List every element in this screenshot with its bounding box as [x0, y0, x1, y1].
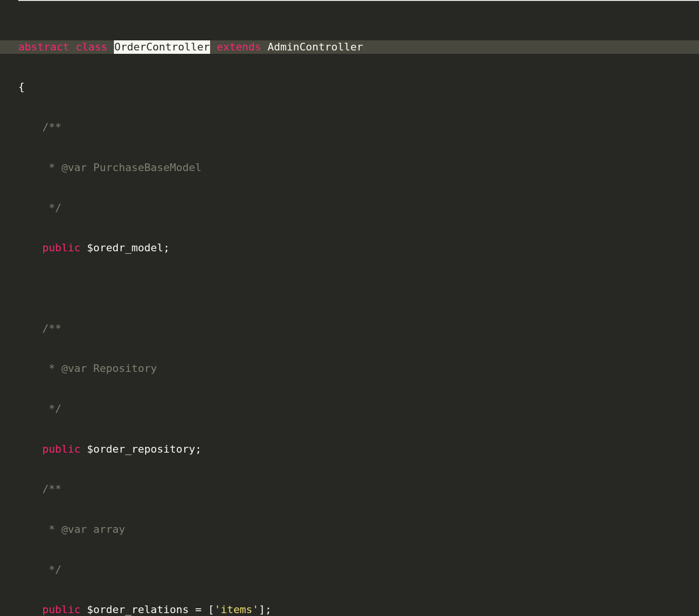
- code-line[interactable]: {: [18, 81, 699, 94]
- space: [107, 40, 113, 54]
- comment: /**: [42, 121, 62, 134]
- code-text: $order_repository;: [80, 443, 201, 456]
- code-line[interactable]: /**: [18, 121, 699, 134]
- code-text: $oredr_model;: [80, 241, 169, 255]
- code-line[interactable]: */: [18, 201, 699, 215]
- code-line[interactable]: * @var array: [18, 523, 699, 536]
- comment: * @var Repository: [42, 362, 157, 375]
- keyword-public: public: [42, 603, 80, 616]
- top-border: [18, 0, 699, 1]
- comment: */: [42, 563, 62, 577]
- comment: */: [42, 201, 62, 215]
- string-literal: 'items': [214, 603, 259, 616]
- brace-open: {: [18, 80, 25, 94]
- keyword-public: public: [42, 241, 80, 255]
- code-line-highlighted[interactable]: abstract class OrderController extends A…: [0, 40, 699, 54]
- code-text: $order_relations = [: [80, 603, 214, 616]
- parent-class: AdminController: [268, 40, 363, 54]
- keyword-extends: extends: [217, 40, 262, 54]
- code-line-empty[interactable]: [18, 282, 699, 295]
- code-line[interactable]: public $oredr_model;: [18, 241, 699, 255]
- space: [210, 40, 216, 54]
- code-line[interactable]: * @var Repository: [18, 362, 699, 375]
- comment: /**: [42, 322, 62, 335]
- code-line[interactable]: */: [18, 563, 699, 577]
- keyword-public: public: [42, 443, 80, 456]
- comment: */: [42, 402, 62, 416]
- code-line[interactable]: /**: [18, 322, 699, 335]
- code-text: ];: [259, 603, 272, 616]
- space: [261, 40, 267, 54]
- code-line[interactable]: public $order_relations = ['items'];: [18, 603, 699, 616]
- keyword-class: class: [75, 40, 107, 54]
- space: [69, 40, 75, 54]
- code-line[interactable]: /**: [18, 482, 699, 496]
- selected-text: OrderController: [114, 40, 211, 54]
- code-line[interactable]: */: [18, 402, 699, 416]
- comment: * @var array: [42, 523, 125, 536]
- code-line[interactable]: public $order_repository;: [18, 443, 699, 456]
- keyword-abstract: abstract: [18, 40, 69, 54]
- comment: * @var PurchaseBaseModel: [42, 161, 201, 174]
- code-line[interactable]: * @var PurchaseBaseModel: [18, 161, 699, 174]
- code-editor[interactable]: abstract class OrderController extends A…: [0, 0, 699, 616]
- comment: /**: [42, 482, 62, 496]
